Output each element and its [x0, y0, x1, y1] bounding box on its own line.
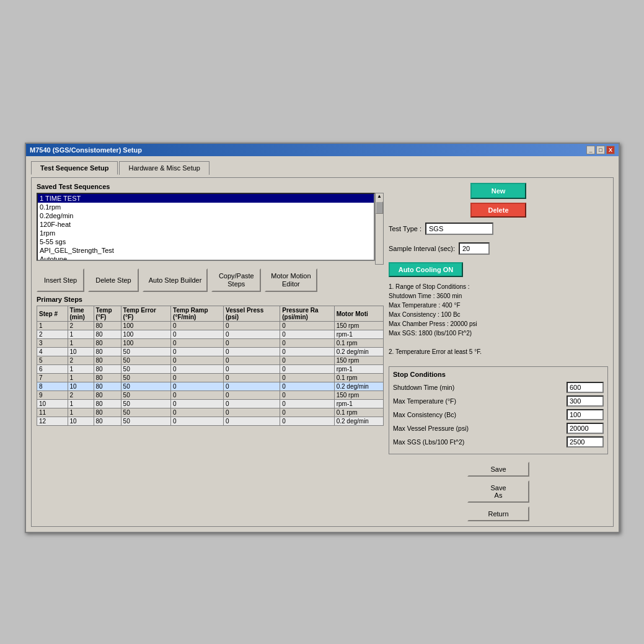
stop-field-input[interactable] — [567, 409, 604, 420]
auto-step-builder-button[interactable]: Auto Step Builder — [143, 268, 208, 292]
steps-table-container: Step # Time(min) Temp(°F) Temp Error(°F)… — [37, 306, 384, 426]
stop-field-input[interactable] — [567, 395, 604, 407]
tab-test-sequence-setup[interactable]: Test Sequence Setup — [31, 161, 118, 175]
range-title: 1. Range of Stop Conditions : — [389, 282, 608, 291]
tab-hardware-misc-setup[interactable]: Hardware & Misc Setup — [119, 161, 210, 175]
seq-item-5-55-sgs[interactable]: 5-55 sgs — [38, 237, 374, 246]
stop-field-row: Max Vessel Pressure (psi) — [393, 423, 604, 434]
stop-field-label: Max Vessel Pressure (psi) — [393, 425, 563, 432]
test-type-row: Test Type : — [389, 223, 608, 235]
seq-item-01rpm[interactable]: 0.1rpm — [38, 203, 374, 211]
stop-conditions-label: Stop Conditions — [393, 371, 604, 378]
stop-field-row: Shutdown Time (min) — [393, 382, 604, 393]
range-max-chamber: Max Chamber Press : 20000 psi — [389, 319, 608, 329]
temp-error-note: 2. Temperature Error at least 5 °F. — [389, 347, 608, 356]
seq-item-1-time-test[interactable]: 1 TIME TEST — [38, 194, 374, 203]
seq-item-autotune[interactable]: Autotune — [38, 255, 374, 261]
seq-item-02degmin[interactable]: 0.2deg/min — [38, 211, 374, 220]
col-header-temp-err: Temp Error(°F) — [121, 306, 170, 322]
scrollbar[interactable]: ▲ — [375, 193, 384, 265]
col-header-motor: Motor Moti — [334, 306, 383, 322]
stop-field-row: Max Consistency (Bc) — [393, 409, 604, 420]
tab-bar: Test Sequence Setup Hardware & Misc Setu… — [31, 161, 614, 175]
stop-field-label: Max Temperature (°F) — [393, 397, 563, 405]
table-row[interactable]: 81080500000.2 deg/min — [37, 382, 384, 391]
sample-interval-input[interactable] — [459, 242, 490, 255]
table-row[interactable]: 618050000rpm-1 — [37, 365, 384, 374]
delete-button[interactable]: Delete — [470, 203, 526, 218]
window-content: Test Sequence Setup Hardware & Misc Setu… — [26, 156, 619, 532]
auto-cooling-button[interactable]: Auto Cooling ON — [389, 262, 463, 277]
main-window: M7540 (SGS/Consistometer) Setup _ □ X Te… — [25, 143, 620, 533]
seq-item-api-gel[interactable]: API_GEL_Strength_Test — [38, 246, 374, 255]
range-shutdown: Shutdown Time : 3600 min — [389, 291, 608, 301]
test-type-input[interactable] — [425, 223, 493, 235]
table-row[interactable]: 1280100000150 rpm — [37, 322, 384, 330]
right-panel: New Delete Test Type : Sample Interval (… — [389, 183, 608, 521]
col-header-temp: Temp(°F) — [94, 306, 121, 322]
col-header-temp-ramp: Temp Ramp(°F/min) — [171, 306, 224, 322]
stop-field-label: Max SGS (Lbs/100 Ft^2) — [393, 438, 563, 446]
table-row[interactable]: 31801000000.1 rpm — [37, 339, 384, 348]
col-header-step: Step # — [37, 306, 68, 322]
save-button[interactable]: Save — [467, 462, 529, 477]
save-as-button[interactable]: Save As — [467, 480, 529, 503]
seq-item-120f-heat[interactable]: 120F-heat — [38, 220, 374, 229]
left-panel: Saved Test Sequences 1 TIME TEST 0.1rpm … — [37, 183, 384, 521]
col-header-time: Time(min) — [68, 306, 94, 322]
insert-step-button[interactable]: Insert Step — [37, 268, 84, 292]
motor-motion-editor-button[interactable]: Motor MotionEditor — [265, 268, 317, 292]
delete-step-button[interactable]: Delete Step — [88, 268, 138, 292]
range-max-sgs: Max SGS: 1800 (lbs/100 Ft^2) — [389, 329, 608, 338]
col-header-vessel-press: Vessel Press(psi) — [224, 306, 280, 322]
title-bar-buttons: _ □ X — [586, 146, 615, 154]
new-button[interactable]: New — [470, 183, 526, 199]
range-max-consistency: Max Consistency : 100 Bc — [389, 310, 608, 319]
table-row[interactable]: 1018050000rpm-1 — [37, 400, 384, 408]
stop-field-label: Max Consistency (Bc) — [393, 411, 563, 418]
close-button[interactable]: X — [606, 146, 615, 154]
stop-field-input[interactable] — [567, 382, 604, 393]
copy-paste-steps-button[interactable]: Copy/PasteSteps — [211, 268, 261, 292]
seq-item-1rpm[interactable]: 1rpm — [38, 229, 374, 237]
table-row[interactable]: 2180100000rpm-1 — [37, 330, 384, 339]
table-row[interactable]: 528050000150 rpm — [37, 356, 384, 365]
main-panel: Saved Test Sequences 1 TIME TEST 0.1rpm … — [31, 177, 614, 527]
title-bar: M7540 (SGS/Consistometer) Setup _ □ X — [26, 144, 619, 156]
test-type-label: Test Type : — [389, 225, 421, 232]
saved-sequences-label: Saved Test Sequences — [37, 183, 384, 190]
table-row[interactable]: 928050000150 rpm — [37, 391, 384, 400]
sample-interval-label: Sample Interval (sec): — [389, 245, 455, 252]
stop-field-row: Max SGS (Lbs/100 Ft^2) — [393, 436, 604, 448]
stop-conditions-box: Stop Conditions Shutdown Time (min)Max T… — [389, 366, 608, 454]
stop-field-row: Max Temperature (°F) — [393, 395, 604, 407]
sample-interval-row: Sample Interval (sec): — [389, 242, 608, 255]
table-row[interactable]: 121080500000.2 deg/min — [37, 417, 384, 426]
range-max-temp: Max Temperature : 400 °F — [389, 301, 608, 310]
primary-steps-label: Primary Steps — [37, 296, 384, 303]
minimize-button[interactable]: _ — [586, 146, 595, 154]
maximize-button[interactable]: □ — [596, 146, 605, 154]
step-buttons-row: Insert Step Delete Step Auto Step Builde… — [37, 268, 384, 292]
range-conditions: 1. Range of Stop Conditions : Shutdown T… — [389, 282, 608, 356]
stop-field-input[interactable] — [567, 436, 604, 448]
table-row[interactable]: 7180500000.1 rpm — [37, 374, 384, 382]
return-button[interactable]: Return — [467, 506, 529, 521]
table-row[interactable]: 11180500000.1 rpm — [37, 408, 384, 417]
stop-field-input[interactable] — [567, 423, 604, 434]
saved-sequences-list: 1 TIME TEST 0.1rpm 0.2deg/min 120F-heat … — [37, 193, 375, 261]
col-header-pressure-ra: Pressure Ra(psi/min) — [280, 306, 334, 322]
table-row[interactable]: 41080500000.2 deg/min — [37, 348, 384, 356]
steps-table: Step # Time(min) Temp(°F) Temp Error(°F)… — [37, 306, 384, 426]
stop-fields: Shutdown Time (min)Max Temperature (°F)M… — [393, 382, 604, 448]
stop-field-label: Shutdown Time (min) — [393, 384, 563, 391]
scrollbar-thumb[interactable] — [376, 201, 383, 214]
window-title: M7540 (SGS/Consistometer) Setup — [30, 146, 142, 154]
